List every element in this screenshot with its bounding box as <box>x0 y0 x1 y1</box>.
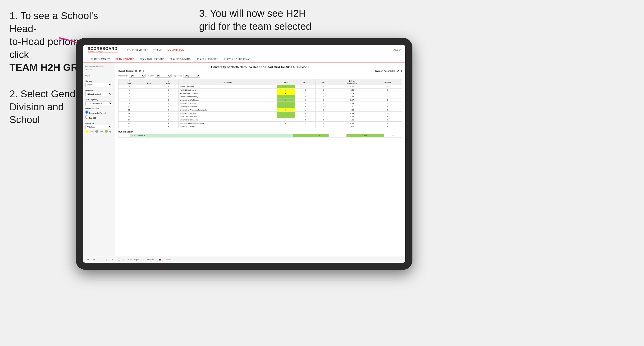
cell-reg <box>140 112 158 115</box>
subnav-team-summary[interactable]: TEAM SUMMARY <box>88 57 113 62</box>
subnav-player-h2h-heatmap[interactable]: PLAYER H2H HEATMAP <box>221 57 254 62</box>
filter-opponents-select[interactable]: (All) <box>129 74 146 78</box>
cell-win: 0 <box>277 108 295 112</box>
cell-diff: 2.29 <box>331 92 373 95</box>
toolbar-undo[interactable]: ↩ <box>86 258 90 261</box>
colour-level-label: Level <box>100 131 104 132</box>
cell-loss: 0 <box>295 102 316 105</box>
cell-reg <box>140 95 158 98</box>
nav-teams[interactable]: TEAMS <box>153 49 162 52</box>
cell-opponent: Vanderbilt University <box>178 89 277 92</box>
colour-by-label: Colour by <box>85 122 112 124</box>
toolbar-redo[interactable]: ↪ <box>92 258 96 261</box>
cell-loss: 2 <box>295 118 316 122</box>
bottom-toolbar: ↩ ↪ ← ⎘ ⌘ 🕐 | View: Original | Watch ▾ 📤… <box>83 256 405 263</box>
cell-reg <box>140 105 158 108</box>
col-win: Win <box>277 79 295 85</box>
toolbar-clock[interactable]: 🕐 <box>116 258 121 261</box>
cell-rank: 14 <box>118 118 140 122</box>
cell-rank: 10 <box>118 105 140 108</box>
radio-opponents-played[interactable]: Opponents Played <box>85 111 112 114</box>
table-row: 11 6 University of Arkansas, Fayettevill… <box>118 108 402 112</box>
ood-loss: 0 <box>311 134 328 138</box>
cell-loss: 1 <box>295 122 316 125</box>
gender-select[interactable]: Men's <box>85 83 112 87</box>
cell-loss: 0 <box>295 112 316 115</box>
subnav-player-h2h-grid[interactable]: PLAYER H2H GRID <box>194 57 221 62</box>
logo-bar <box>88 52 118 53</box>
cell-opponent: University of Florida <box>178 125 277 128</box>
cell-diff: 2.61 <box>331 105 373 108</box>
sign-out[interactable]: | Sign out <box>390 49 400 51</box>
cell-win: 3 <box>277 115 295 118</box>
cell-diff: 2.33 <box>331 112 373 115</box>
toolbar-copy[interactable]: ⎘ <box>104 258 108 261</box>
gender-label: Gender <box>85 80 112 82</box>
cell-tie: 0 <box>316 98 331 102</box>
cell-conf: 1 <box>158 85 178 89</box>
out-of-division-row: NCAA Division II 1 0 0 26.00 3 <box>118 134 402 138</box>
division-record: Division Record: 88 - 17 - 0 <box>375 70 402 72</box>
colour-up-dot <box>105 130 108 133</box>
table-row: 10 5 University of Alabama 3 0 0 2.61 8 <box>118 105 402 108</box>
nav-tournaments[interactable]: TOURNAMENTS <box>127 49 148 52</box>
gender-section: Gender Men's <box>85 80 112 87</box>
school-select[interactable]: 1. University of Nort... <box>85 101 112 105</box>
table-row: 8 2 University of Washington 1 0 0 3.67 … <box>118 98 402 102</box>
table-row: 16 3 University of Florida 1 1 0 -6.42 9 <box>118 125 402 128</box>
col-rank: #Rank <box>118 79 140 85</box>
cell-diff: 1.67 <box>331 85 373 89</box>
toolbar-share[interactable]: Share <box>164 258 172 261</box>
toolbar-paste[interactable]: ⌘ <box>110 258 114 261</box>
cell-opponent: University of Oklahoma <box>178 118 277 122</box>
cell-reg <box>140 125 158 128</box>
colour-up-label: Up <box>109 131 112 132</box>
cell-conf: 1 <box>158 92 178 95</box>
opponent-view-section: Opponent View Opponents Played Top 100 <box>85 108 112 120</box>
cell-conf: 1 <box>158 115 178 118</box>
cell-win: 1 <box>277 102 295 105</box>
ood-rounds: 3 <box>384 134 402 138</box>
cell-conf: 6 <box>158 108 178 112</box>
toolbar-sep: | <box>123 258 124 261</box>
toolbar-back[interactable]: ← <box>98 258 103 261</box>
timestamp: Last Updated: 27/03/2024 <box>85 65 112 67</box>
overall-record: Overall Record: 89 - 17 - 0 <box>118 70 144 72</box>
colour-legend: Down Level Up <box>85 130 112 133</box>
radio-top-100[interactable]: Top 100 <box>85 116 112 119</box>
cell-rounds: 8 <box>373 105 402 108</box>
radio-opponents-played-input[interactable] <box>85 111 88 114</box>
cell-tie: 0 <box>316 89 331 92</box>
cell-tie: 0 <box>316 118 331 122</box>
filter-opponents-label: Opponents: <box>118 75 128 77</box>
cell-rank: 11 <box>118 108 140 112</box>
subnav-player-summary[interactable]: PLAYER SUMMARY <box>167 57 194 62</box>
filter-region-select[interactable]: (All) <box>155 74 172 78</box>
division-select[interactable]: NCAA Division I <box>85 92 112 96</box>
cell-tie: 0 <box>316 122 331 125</box>
subnav-team-h2h-grid[interactable]: TEAM H2H GRID <box>113 57 137 62</box>
subnav-team-h2h-heatmap[interactable]: TEAM H2H HEATMAP <box>137 57 167 62</box>
radio-top-100-input[interactable] <box>85 116 88 119</box>
cell-loss: 0 <box>295 105 316 108</box>
cell-rank: 4 <box>118 92 140 95</box>
grid-title: University of North Carolina Head-to-Hea… <box>118 65 402 69</box>
nav-committee[interactable]: COMMITTEE <box>167 48 184 52</box>
col-rounds: Rounds <box>373 79 402 85</box>
colour-level-dot <box>95 130 98 133</box>
cell-diff: 3.67 <box>331 98 373 102</box>
colour-by-select[interactable]: Win/loss <box>85 125 112 129</box>
table-header-row: #Rank #Reg #Conf Opponent Win Loss Tie D… <box>118 79 402 85</box>
toolbar-watch[interactable]: Watch ▾ <box>146 258 156 261</box>
app-header: SCOREBOARD Powered by clippi TOURNAMENTS… <box>83 45 405 55</box>
cell-rank: 12 <box>118 112 140 115</box>
toolbar-share-icon[interactable]: 📤 <box>158 258 162 261</box>
cell-diff: -1.00 <box>331 118 373 122</box>
ood-name: NCAA Division II <box>130 134 293 138</box>
toolbar-view[interactable]: View: Original <box>126 258 141 261</box>
school-label: School (Rank) <box>85 98 112 101</box>
cell-tie: 0 <box>316 102 331 105</box>
sub-nav: TEAM SUMMARY TEAM H2H GRID TEAM H2H HEAT… <box>83 55 405 62</box>
cell-rank: 6 <box>118 95 140 98</box>
filter-opponent-select[interactable]: (All) <box>183 74 200 78</box>
